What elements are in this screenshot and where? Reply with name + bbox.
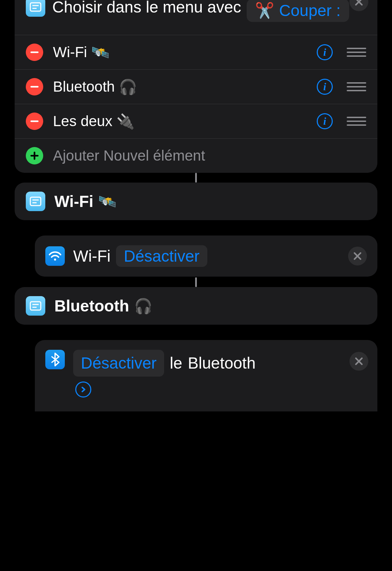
svg-rect-0 — [30, 3, 41, 11]
headphones-icon: 🎧 — [119, 78, 137, 95]
plug-icon: 🔌 — [116, 113, 134, 130]
close-action-button[interactable] — [349, 0, 368, 11]
case-icon — [26, 192, 45, 211]
set-wifi-action: Wi-Fi Désactiver — [35, 236, 377, 277]
satellite-icon: 🛰️ — [91, 44, 109, 61]
case-bluetooth[interactable]: Bluetooth 🎧 — [15, 287, 377, 325]
menu-item-row: Les deux 🔌 i — [15, 104, 377, 138]
svg-point-13 — [54, 259, 56, 261]
wifi-icon — [45, 246, 65, 266]
disclosure-button[interactable] — [75, 381, 91, 398]
bluetooth-action-mid: le — [170, 351, 182, 375]
item-info-button[interactable]: i — [317, 44, 333, 60]
menu-item-label[interactable]: Wi-Fi 🛰️ — [53, 44, 307, 61]
scissors-icon: ✂️ — [255, 1, 274, 20]
headphones-icon: 🎧 — [134, 298, 152, 315]
choose-from-menu-action: Choisir dans le menu avec ✂️ Couper : Wi… — [15, 0, 377, 173]
action-title-row: Choisir dans le menu avec — [26, 0, 241, 17]
item-info-button[interactable]: i — [317, 113, 333, 129]
close-action-button[interactable] — [349, 352, 368, 371]
drag-handle-icon[interactable] — [347, 80, 366, 93]
flow-connector — [195, 277, 197, 287]
wifi-action-prefix: Wi-Fi — [73, 247, 110, 265]
bluetooth-icon — [45, 350, 65, 369]
menu-variable-pill[interactable]: ✂️ Couper : — [247, 0, 349, 22]
bluetooth-action-text: Désactiver le Bluetooth — [73, 350, 275, 398]
svg-rect-10 — [30, 197, 41, 206]
menu-action-icon — [26, 0, 45, 17]
bluetooth-action-suffix: Bluetooth — [188, 351, 255, 375]
menu-item-label[interactable]: Bluetooth 🎧 — [53, 78, 307, 95]
set-bluetooth-action: Désactiver le Bluetooth — [35, 340, 377, 411]
menu-item-row: Bluetooth 🎧 i — [15, 69, 377, 104]
menu-item-row: Wi-Fi 🛰️ i — [15, 35, 377, 69]
action-header: Choisir dans le menu avec ✂️ Couper : — [15, 0, 377, 35]
add-item-label: Ajouter Nouvel élément — [53, 147, 205, 164]
remove-item-button[interactable] — [26, 44, 43, 61]
satellite-icon: 🛰️ — [98, 193, 116, 210]
case-bluetooth-label: Bluetooth 🎧 — [54, 296, 152, 315]
case-icon — [26, 296, 45, 316]
bluetooth-state-value[interactable]: Désactiver — [73, 350, 164, 377]
menu-variable-label: Couper : — [279, 1, 340, 20]
menu-item-label[interactable]: Les deux 🔌 — [53, 113, 307, 130]
drag-handle-icon[interactable] — [347, 115, 366, 128]
remove-item-button[interactable] — [26, 113, 43, 130]
svg-rect-16 — [30, 302, 41, 310]
flow-connector — [195, 173, 197, 183]
drag-handle-icon[interactable] — [347, 46, 366, 59]
add-item-row[interactable]: Ajouter Nouvel élément — [15, 138, 377, 173]
wifi-action-text: Wi-Fi Désactiver — [73, 245, 207, 267]
case-wifi-label: Wi-Fi 🛰️ — [54, 192, 116, 211]
case-wifi[interactable]: Wi-Fi 🛰️ — [15, 183, 377, 220]
add-item-button[interactable] — [26, 147, 43, 164]
close-action-button[interactable] — [348, 247, 367, 265]
action-title: Choisir dans le menu avec — [52, 0, 241, 16]
wifi-state-value[interactable]: Désactiver — [116, 245, 207, 267]
remove-item-button[interactable] — [26, 78, 43, 95]
item-info-button[interactable]: i — [317, 79, 333, 95]
